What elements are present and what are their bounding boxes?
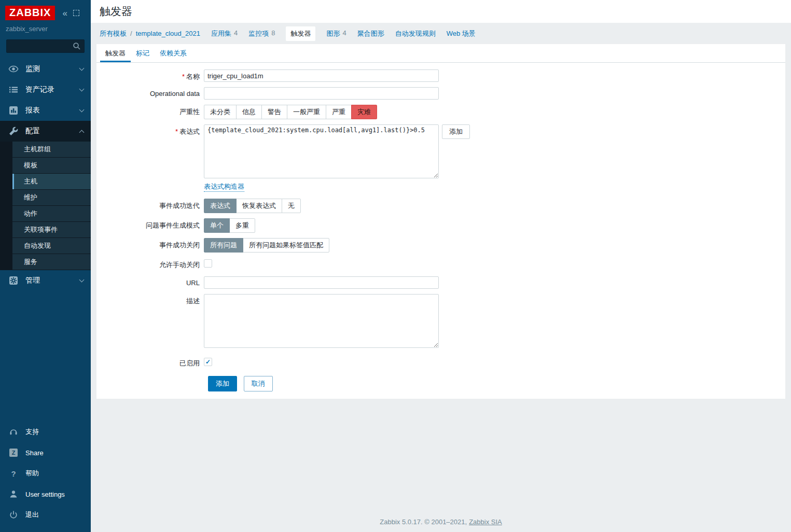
sidebar-item-reports[interactable]: 报表 [0, 100, 91, 121]
ok-closes-all-problems-if-tags-match[interactable]: 所有问题如果标签值匹配 [243, 238, 329, 253]
severity-warning[interactable]: 警告 [261, 105, 287, 119]
sidebar-subitem-maintenance[interactable]: 维护 [12, 190, 91, 206]
form-row-description: 描述 [96, 294, 785, 348]
main-content: 触发器 所有模板 / template_cloud_2021 应用集 4 监控项… [91, 0, 791, 532]
breadcrumb-link-web[interactable]: Web 场景 [447, 29, 476, 38]
ok-event-generation-label: 事件成功迭代 [96, 199, 204, 211]
problem-mode-single[interactable]: 单个 [204, 218, 230, 233]
form-row-manual-close: 允许手动关闭 [96, 258, 785, 270]
bar-chart-icon [8, 105, 19, 116]
ok-closes-all-problems[interactable]: 所有问题 [204, 238, 243, 253]
breadcrumb-link-items[interactable]: 监控项 8 [248, 29, 275, 38]
expression-label: *表达式 [96, 124, 204, 136]
sidebar-item-configuration[interactable]: 配置 [0, 121, 91, 142]
severity-high[interactable]: 严重 [326, 105, 352, 119]
breadcrumb-link-graphs[interactable]: 图形 4 [326, 29, 346, 38]
tabs: 触发器 标记 依赖关系 [96, 44, 785, 63]
breadcrumb-link-screens[interactable]: 聚合图形 [357, 29, 384, 38]
wrench-icon [8, 126, 19, 136]
name-label: *名称 [96, 69, 204, 81]
description-textarea[interactable] [204, 294, 439, 348]
name-input[interactable] [204, 69, 439, 82]
severity-average[interactable]: 一般严重 [287, 105, 326, 119]
sidebar-spacer [0, 291, 91, 422]
sidebar-subitem-services[interactable]: 服务 [12, 254, 91, 270]
breadcrumb-link-applications[interactable]: 应用集 4 [211, 29, 238, 38]
url-input[interactable] [204, 276, 439, 289]
applications-count: 4 [234, 29, 238, 38]
zabbix-logo[interactable]: ZABBIX [5, 6, 55, 20]
chevron-down-icon [79, 66, 85, 71]
expression-add-button[interactable]: 添加 [442, 124, 470, 139]
breadcrumb-link-discovery-rules[interactable]: 自动发现规则 [395, 29, 436, 38]
eye-icon [8, 64, 19, 74]
operational-data-input[interactable] [204, 87, 439, 100]
breadcrumb-link-template[interactable]: template_cloud_2021 [136, 30, 200, 37]
form-row-url: URL [96, 276, 785, 289]
sidebar-item-label: 管理 [25, 276, 80, 285]
ok-event-recovery-expression[interactable]: 恢复表达式 [236, 199, 282, 213]
sidebar: ZABBIX « zabbix_server 监测 资产记录 [0, 0, 91, 532]
sidebar-item-inventory[interactable]: 资产记录 [0, 79, 91, 100]
severity-not-classified[interactable]: 未分类 [204, 105, 237, 119]
sidebar-item-help[interactable]: ? 帮助 [0, 463, 91, 484]
chevron-down-icon [79, 277, 85, 283]
search-icon[interactable] [73, 42, 81, 52]
sidebar-subitem-event-correlation[interactable]: 关联项事件 [12, 222, 91, 238]
sidebar-subitem-actions[interactable]: 动作 [12, 206, 91, 222]
expression-constructor-link[interactable]: 表达式构造器 [204, 182, 244, 192]
cancel-button[interactable]: 取消 [244, 376, 273, 391]
expand-fullscreen-icon[interactable] [73, 10, 79, 16]
form-row-operational-data: Operational data [96, 87, 785, 100]
sidebar-subitem-host-groups[interactable]: 主机群组 [12, 142, 91, 158]
problem-mode-multiple[interactable]: 多重 [229, 218, 255, 233]
breadcrumb-current-triggers: 触发器 [286, 26, 315, 41]
sidebar-item-user-settings[interactable]: User settings [0, 484, 91, 505]
collapse-sidebar-icon[interactable]: « [62, 9, 67, 18]
user-icon [8, 489, 19, 499]
sidebar-item-sign-out[interactable]: 退出 [0, 505, 91, 525]
tab-triggers[interactable]: 触发器 [100, 44, 131, 62]
graphs-count: 4 [342, 29, 346, 38]
page-footer: Zabbix 5.0.17. © 2001–2021,Zabbix SIA [91, 513, 791, 532]
form-row-problem-event-mode: 问题事件生成模式 单个 多重 [96, 218, 785, 233]
severity-disaster[interactable]: 灾难 [351, 105, 377, 119]
add-button[interactable]: 添加 [208, 376, 237, 391]
manual-close-checkbox[interactable] [204, 259, 212, 268]
sidebar-item-monitoring[interactable]: 监测 [0, 59, 91, 79]
url-label: URL [96, 276, 204, 287]
sidebar-subitem-hosts[interactable]: 主机 [12, 174, 91, 190]
sidebar-item-label: 支持 [25, 427, 84, 437]
form-row-ok-event-generation: 事件成功迭代 表达式 恢复表达式 无 [96, 199, 785, 213]
sidebar-item-administration[interactable]: 管理 [0, 270, 91, 291]
required-mark: * [175, 128, 178, 135]
server-name: zabbix_server [0, 20, 91, 39]
expression-textarea[interactable] [204, 124, 439, 178]
breadcrumb-link-all-templates[interactable]: 所有模板 [100, 29, 127, 38]
sidebar-item-label: 帮助 [25, 469, 84, 478]
ok-event-none[interactable]: 无 [282, 199, 301, 213]
manual-close-label: 允许手动关闭 [96, 258, 204, 270]
sidebar-search [6, 39, 85, 53]
sidebar-subitem-templates[interactable]: 模板 [12, 158, 91, 174]
problem-event-mode-segmented-control: 单个 多重 [204, 218, 255, 233]
enabled-checkbox[interactable]: ✓ [204, 358, 212, 366]
severity-information[interactable]: 信息 [236, 105, 262, 119]
form-row-expression: *表达式 添加 表达式构造器 [96, 124, 785, 192]
tab-tags[interactable]: 标记 [131, 44, 155, 62]
tab-dependencies[interactable]: 依赖关系 [155, 44, 192, 62]
required-mark: * [182, 73, 185, 80]
ok-event-expression[interactable]: 表达式 [204, 199, 237, 213]
sidebar-bottom-nav: 支持 Z Share ? 帮助 User settings 退出 [0, 422, 91, 532]
severity-segmented-control: 未分类 信息 警告 一般严重 严重 灾难 [204, 105, 377, 119]
sidebar-item-label: 监测 [25, 64, 80, 74]
breadcrumb-separator: / [130, 30, 132, 37]
list-icon [8, 85, 19, 95]
sidebar-subitem-discovery[interactable]: 自动发现 [12, 238, 91, 254]
chevron-down-icon [79, 107, 85, 113]
sidebar-item-share[interactable]: Z Share [0, 442, 91, 463]
sidebar-item-support[interactable]: 支持 [0, 422, 91, 442]
form-row-severity: 严重性 未分类 信息 警告 一般严重 严重 灾难 [96, 105, 785, 119]
footer-link-zabbix-sia[interactable]: Zabbix SIA [469, 518, 502, 526]
chevron-up-icon [79, 130, 85, 135]
